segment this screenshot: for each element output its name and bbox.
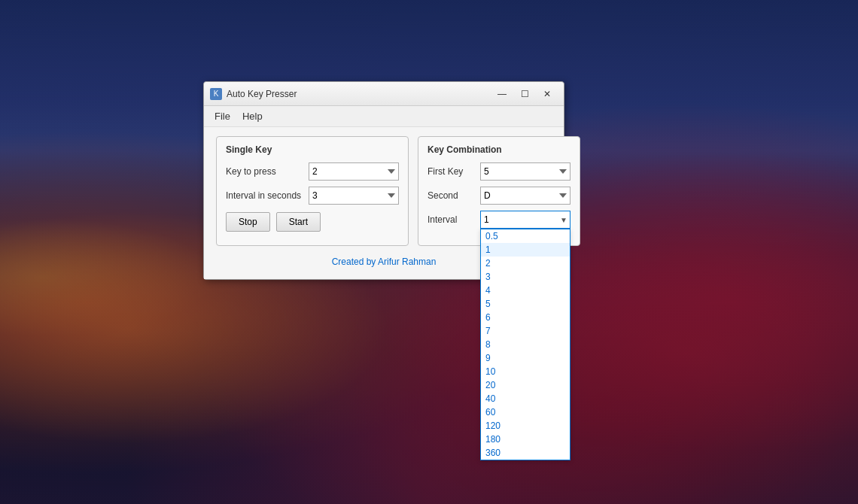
- interval-option-3[interactable]: 3: [481, 270, 570, 284]
- maximize-button[interactable]: ☐: [514, 86, 535, 102]
- interval-option-1[interactable]: 1: [481, 243, 570, 257]
- minimize-button[interactable]: —: [491, 86, 513, 102]
- first-key-select[interactable]: 5 1 2 3 4: [480, 162, 570, 181]
- interval-option-2[interactable]: 2: [481, 257, 570, 270]
- interval-option-4[interactable]: 4: [481, 284, 570, 297]
- panels-row: Single Key Key to press 2 1 3 Interval i…: [216, 136, 552, 246]
- interval-option-7[interactable]: 7: [481, 324, 570, 338]
- app-window: K Auto Key Presser — ☐ ✕ File Help Singl…: [203, 81, 564, 280]
- interval-label: Interval in seconds: [226, 190, 309, 201]
- second-key-label: Second: [427, 190, 480, 201]
- window-title: Auto Key Presser: [227, 89, 491, 99]
- interval-dropdown: 0.5 1 2 3 4 5 6 7 8 9 10 20 40: [480, 229, 570, 460]
- kc-interval-row: Interval ▼ 0.5 1 2 3 4 5 6 7: [427, 211, 570, 229]
- title-bar: K Auto Key Presser — ☐ ✕: [204, 82, 564, 106]
- interval-row: Interval in seconds 3 0.5 1 2: [226, 187, 399, 205]
- key-combination-panel: Key Combination First Key 5 1 2 3 4 Seco…: [418, 136, 580, 246]
- interval-option-60[interactable]: 60: [481, 405, 570, 419]
- interval-option-360[interactable]: 360: [481, 446, 570, 460]
- interval-option-120[interactable]: 120: [481, 419, 570, 433]
- close-button[interactable]: ✕: [537, 86, 558, 102]
- first-key-row: First Key 5 1 2 3 4: [427, 162, 570, 181]
- interval-option-8[interactable]: 8: [481, 338, 570, 351]
- second-key-select[interactable]: D A B C: [480, 187, 570, 205]
- creator-link[interactable]: Created by Arifur Rahman: [332, 257, 437, 267]
- app-icon: K: [210, 88, 222, 100]
- key-to-press-label: Key to press: [226, 166, 309, 177]
- kc-interval-container: ▼ 0.5 1 2 3 4 5 6 7 8 9 10: [480, 211, 570, 229]
- interval-select[interactable]: 3 0.5 1 2: [309, 187, 399, 205]
- interval-option-10[interactable]: 10: [481, 365, 570, 378]
- second-key-row: Second D A B C: [427, 187, 570, 205]
- first-key-label: First Key: [427, 166, 480, 177]
- single-key-title: Single Key: [226, 144, 399, 155]
- menu-help[interactable]: Help: [236, 108, 269, 124]
- interval-option-5[interactable]: 5: [481, 297, 570, 311]
- key-combination-title: Key Combination: [427, 144, 570, 155]
- single-key-panel: Single Key Key to press 2 1 3 Interval i…: [216, 136, 409, 246]
- key-to-press-select[interactable]: 2 1 3: [309, 162, 399, 181]
- start-button[interactable]: Start: [276, 212, 321, 232]
- window-controls: — ☐ ✕: [491, 86, 558, 102]
- button-row: Stop Start: [226, 212, 399, 232]
- interval-option-0.5[interactable]: 0.5: [481, 229, 570, 243]
- menu-file[interactable]: File: [208, 108, 236, 124]
- interval-option-6[interactable]: 6: [481, 311, 570, 324]
- interval-option-40[interactable]: 40: [481, 392, 570, 405]
- key-to-press-row: Key to press 2 1 3: [226, 162, 399, 181]
- interval-option-180[interactable]: 180: [481, 433, 570, 446]
- stop-button[interactable]: Stop: [226, 212, 270, 232]
- kc-interval-input[interactable]: [480, 211, 570, 229]
- menu-bar: File Help: [204, 106, 564, 127]
- window-content: Single Key Key to press 2 1 3 Interval i…: [204, 127, 564, 279]
- interval-option-20[interactable]: 20: [481, 378, 570, 392]
- kc-interval-label: Interval: [427, 214, 480, 225]
- interval-option-9[interactable]: 9: [481, 351, 570, 365]
